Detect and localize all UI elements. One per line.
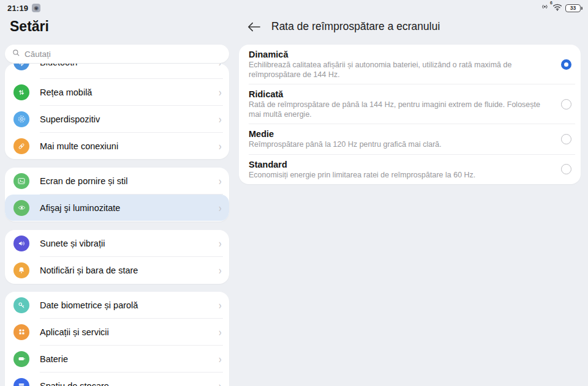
option-title: Medie [249, 128, 543, 139]
sidebar-item-sounds-vibration[interactable]: Sunete și vibrații › [5, 230, 229, 256]
sidebar-item-label: Notificări și bara de stare [40, 265, 208, 275]
home-screen-icon [13, 173, 29, 189]
sidebar-item-label: Spațiu de stocare [40, 381, 208, 386]
emoji-notification-icon: ◉ [32, 4, 40, 12]
option-description: Reîmprospătare până la 120 Hz pentru gra… [249, 140, 543, 150]
option-high[interactable]: Ridicată Rată de reîmprospătare de până … [239, 84, 581, 124]
biometrics-icon [13, 297, 29, 313]
refresh-rate-options: Dinamică Echilibrează calitatea afișării… [239, 45, 581, 184]
bluetooth-icon [13, 64, 29, 70]
wifi-icon: 6 [552, 2, 562, 13]
sidebar-item-superdevice[interactable]: Superdispozitiv › [5, 106, 229, 132]
clipped-row-wrap: Bluetooth › [5, 64, 229, 78]
option-title: Standard [249, 159, 543, 170]
search-input[interactable] [24, 50, 222, 59]
status-left: 21:19 ◉ [7, 4, 40, 13]
sidebar-item-label: Afişaj şi luminozitate [40, 203, 208, 213]
sidebar-item-label: Sunete și vibrații [40, 239, 208, 248]
search-icon [12, 48, 20, 59]
detail-title: Rata de reîmprospătare a ecranului [271, 20, 440, 33]
chevron-right-icon: › [219, 175, 222, 187]
back-button[interactable] [247, 21, 262, 33]
sidebar-item-biometrics-password[interactable]: Date biometrice și parolă › [5, 292, 229, 318]
page-title: Setări [10, 18, 49, 35]
sidebar-item-battery[interactable]: Baterie › [5, 346, 229, 372]
more-connections-icon [13, 138, 29, 154]
mobile-network-icon [13, 84, 29, 100]
option-description: Economisiți energie prin limitarea ratei… [249, 171, 543, 180]
sidebar-item-notifications-statusbar[interactable]: Notificări și bara de stare › [5, 257, 229, 283]
sidebar-item-label: Aplicații și servicii [40, 327, 208, 337]
option-dynamic[interactable]: Dinamică Echilibrează calitatea afișării… [239, 45, 581, 84]
wifi6-badge: 6 [550, 1, 552, 5]
apps-icon [13, 324, 29, 340]
notifications-icon [13, 262, 29, 278]
chevron-right-icon: › [219, 64, 222, 68]
sidebar-item-home-screen-style[interactable]: Ecran de pornire și stil › [5, 168, 229, 194]
chevron-right-icon: › [219, 353, 222, 365]
sidebar-item-storage[interactable]: Spațiu de stocare › [5, 373, 229, 386]
sidebar-item-bluetooth[interactable]: Bluetooth › [5, 64, 229, 75]
sidebar-item-label: Date biometrice și parolă [40, 300, 208, 310]
battery-icon: 33 [565, 4, 581, 12]
sidebar-item-label: Bluetooth [40, 64, 208, 67]
settings-group-security: Date biometrice și parolă › Aplicații și… [5, 292, 229, 386]
option-description: Rată de reîmprospătare de până la 144 Hz… [249, 100, 543, 119]
sound-icon [13, 236, 29, 251]
chevron-right-icon: › [219, 380, 222, 386]
option-title: Dinamică [249, 49, 543, 60]
chevron-right-icon: › [219, 299, 222, 311]
sidebar-item-label: Ecran de pornire și stil [40, 176, 208, 186]
sidebar-item-display-brightness[interactable]: Afişaj şi luminozitate › [5, 195, 229, 221]
search-bar[interactable] [5, 45, 229, 63]
option-medium[interactable]: Medie Reîmprospătare până la 120 Hz pent… [239, 124, 581, 154]
chevron-right-icon: › [219, 202, 222, 213]
vibration-icon [540, 2, 549, 13]
radio-button[interactable] [561, 59, 571, 70]
sidebar-item-label: Superdispozitiv [40, 114, 208, 124]
sidebar-item-label: Rețea mobilă [40, 87, 208, 97]
chevron-right-icon: › [219, 86, 222, 98]
option-standard[interactable]: Standard Economisiți energie prin limita… [239, 155, 581, 185]
option-title: Ridicată [249, 89, 543, 100]
battery-item-icon [13, 351, 29, 367]
settings-group-connections: Bluetooth › Rețea mobilă › Superdispozit… [5, 64, 229, 159]
sidebar-item-mobile-network[interactable]: Rețea mobilă › [5, 79, 229, 105]
option-description: Echilibrează calitatea afișării și auton… [249, 61, 543, 80]
radio-button[interactable] [561, 164, 571, 174]
chevron-right-icon: › [219, 113, 222, 125]
storage-icon [13, 378, 29, 386]
chevron-right-icon: › [219, 237, 222, 249]
sidebar-item-more-connections[interactable]: Mai multe conexiuni › [5, 133, 229, 159]
status-right: 6 33 [540, 2, 581, 13]
chevron-right-icon: › [219, 264, 222, 276]
sidebar-item-label: Mai multe conexiuni [40, 141, 208, 151]
detail-header: Rata de reîmprospătare a ecranului [247, 20, 440, 33]
chevron-right-icon: › [219, 140, 222, 152]
settings-group-display: Ecran de pornire și stil › Afişaj şi lum… [5, 168, 229, 221]
battery-percent: 33 [570, 5, 576, 11]
superdevice-icon [13, 111, 29, 127]
status-time: 21:19 [7, 4, 28, 13]
radio-button[interactable] [561, 99, 571, 109]
radio-button[interactable] [561, 134, 571, 144]
status-bar: 21:19 ◉ 6 33 [0, 0, 588, 16]
sidebar-item-label: Baterie [40, 354, 208, 364]
sidebar-item-apps-services[interactable]: Aplicații și servicii › [5, 319, 229, 345]
chevron-right-icon: › [219, 326, 222, 338]
settings-group-sounds: Sunete și vibrații › Notificări și bara … [5, 230, 229, 284]
display-icon [13, 200, 29, 216]
